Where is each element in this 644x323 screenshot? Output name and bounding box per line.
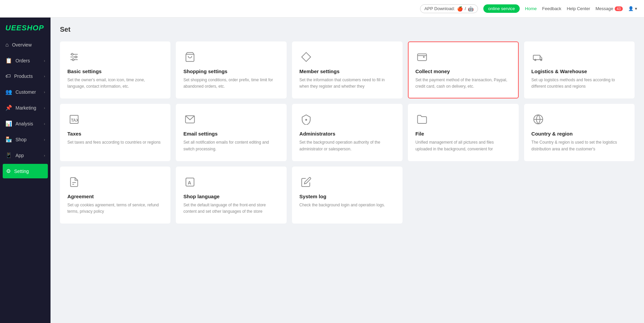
apple-icon: 🍎 — [457, 6, 463, 11]
chevron-down-icon: ▾ — [635, 6, 637, 11]
user-avatar[interactable]: 👤 ▾ — [628, 6, 637, 11]
card-title-shop-language: Shop language — [183, 194, 279, 199]
avatar-icon: 👤 — [628, 6, 634, 11]
home-link[interactable]: Home — [525, 6, 537, 11]
setting-card-administrators[interactable]: Administrators Set the background operat… — [292, 104, 402, 161]
card-title-email-settings: Email settings — [183, 131, 279, 137]
app-download[interactable]: APP Download: 🍎 / 🤖 — [420, 4, 478, 13]
diamond-icon — [299, 50, 313, 64]
setting-card-agreement[interactable]: Agreement Set up cookies agreement, term… — [60, 167, 170, 224]
setting-card-member-settings[interactable]: Member settings Set the information that… — [292, 41, 402, 98]
main-content: Set Basic settings Set the owner's email… — [51, 18, 644, 323]
sidebar-marketing-label: Marketing — [15, 105, 36, 111]
divider: / — [465, 6, 466, 11]
orders-arrow: › — [44, 59, 45, 63]
svg-marker-7 — [301, 53, 311, 62]
card-desc-country-region: The Country & region is used to set the … — [532, 139, 627, 152]
svg-point-3 — [71, 53, 73, 55]
card-desc-logistics-warehouse: Set up logistics methods and fees accord… — [532, 77, 627, 90]
truck-icon — [532, 50, 545, 64]
setting-card-file[interactable]: File Unified management of all pictures … — [408, 104, 518, 161]
home-icon: ⌂ — [5, 42, 9, 48]
card-desc-taxes: Set taxes and fees according to countrie… — [67, 139, 163, 146]
card-desc-system-log: Check the background login and operation… — [299, 202, 395, 208]
setting-card-logistics-warehouse[interactable]: Logistics & Warehouse Set up logistics m… — [524, 41, 635, 98]
settings-grid: Basic settings Set the owner's email, ic… — [60, 41, 635, 224]
sidebar-orders-label: Orders — [15, 58, 30, 63]
card-desc-basic-settings: Set the owner's email, icon icon, time z… — [67, 77, 163, 90]
setting-card-shop-language[interactable]: A Shop language Set the default language… — [176, 167, 286, 224]
setting-card-shopping-settings[interactable]: Shopping settings Set shopping condition… — [176, 41, 286, 98]
sidebar-item-analysis[interactable]: 📊 Analysis › — [0, 116, 51, 131]
online-service-button[interactable]: online service — [483, 4, 520, 13]
cart-icon — [183, 50, 197, 64]
sidebar-item-marketing[interactable]: 📌 Marketing › — [0, 100, 51, 116]
card-title-collect-money: Collect money — [415, 68, 511, 74]
setting-card-basic-settings[interactable]: Basic settings Set the owner's email, ic… — [60, 41, 170, 98]
card-title-logistics-warehouse: Logistics & Warehouse — [532, 68, 627, 74]
sidebar-customer-label: Customer — [15, 89, 36, 95]
message-count-badge: 43 — [615, 6, 623, 11]
sidebar-item-customer[interactable]: 👥 Customer › — [0, 84, 51, 100]
marketing-arrow: › — [44, 106, 45, 110]
sidebar-app-label: App — [15, 153, 24, 158]
wallet-icon — [415, 50, 429, 64]
shop-arrow: › — [44, 138, 45, 142]
setting-card-system-log[interactable]: System log Check the background login an… — [292, 167, 402, 224]
topbar: APP Download: 🍎 / 🤖 online service Home … — [0, 0, 644, 18]
layout: UEESHOP ⌂ Overview 📋 Orders › 🏷 Products… — [0, 18, 644, 323]
card-title-member-settings: Member settings — [299, 68, 395, 74]
sidebar-item-products[interactable]: 🏷 Products › — [0, 68, 51, 84]
svg-point-4 — [75, 56, 77, 58]
card-title-system-log: System log — [299, 194, 395, 199]
marketing-icon: 📌 — [5, 105, 12, 111]
message-label: Message — [595, 6, 613, 11]
sidebar-item-app[interactable]: 📱 App › — [0, 147, 51, 163]
setting-card-collect-money[interactable]: Collect money Set the payment method of … — [408, 41, 518, 98]
sidebar: UEESHOP ⌂ Overview 📋 Orders › 🏷 Products… — [0, 18, 51, 323]
card-title-shopping-settings: Shopping settings — [183, 68, 279, 74]
setting-card-taxes[interactable]: TAX Taxes Set taxes and fees according t… — [60, 104, 170, 161]
sidebar-item-setting[interactable]: ⚙ Setting — [3, 164, 48, 178]
card-desc-member-settings: Set the information that customers need … — [299, 77, 395, 90]
sidebar-item-orders[interactable]: 📋 Orders › — [0, 53, 51, 68]
card-desc-shopping-settings: Set shopping conditions, order prefix, t… — [183, 77, 279, 90]
feedback-link[interactable]: Feedback — [542, 6, 561, 11]
svg-rect-9 — [533, 55, 540, 60]
customer-arrow: › — [44, 90, 45, 94]
sidebar-shop-label: Shop — [15, 137, 27, 142]
setting-card-email-settings[interactable]: Email settings Set all notification emai… — [176, 104, 286, 161]
card-title-country-region: Country & region — [532, 131, 627, 137]
app-arrow: › — [44, 153, 45, 157]
android-icon: 🤖 — [468, 6, 474, 11]
card-title-administrators: Administrators — [299, 131, 395, 137]
customer-icon: 👥 — [5, 89, 12, 95]
orders-icon: 📋 — [5, 57, 12, 64]
card-title-file: File — [415, 131, 511, 137]
help-center-link[interactable]: Help Center — [567, 6, 590, 11]
globe-icon — [532, 113, 545, 126]
products-icon: 🏷 — [5, 73, 11, 79]
shop-icon: 🏪 — [5, 136, 12, 143]
edit-icon — [299, 175, 313, 189]
card-title-taxes: Taxes — [67, 131, 163, 137]
doc-icon — [67, 175, 81, 189]
analysis-icon: 📊 — [5, 120, 12, 127]
card-desc-agreement: Set up cookies agreement, terms of servi… — [67, 202, 163, 215]
sidebar-setting-label: Setting — [14, 169, 29, 174]
sidebar-item-overview[interactable]: ⌂ Overview — [0, 37, 51, 53]
svg-text:A: A — [188, 180, 192, 185]
message-button[interactable]: Message 43 — [595, 6, 623, 11]
svg-rect-8 — [418, 54, 427, 61]
card-desc-shop-language: Set the default language of the front-en… — [183, 202, 279, 215]
svg-point-5 — [72, 59, 74, 60]
sidebar-item-shop[interactable]: 🏪 Shop › — [0, 131, 51, 147]
card-title-agreement: Agreement — [67, 194, 163, 199]
svg-point-15 — [305, 119, 307, 121]
sidebar-overview-label: Overview — [12, 42, 32, 48]
svg-text:TAX: TAX — [71, 118, 79, 123]
setting-card-country-region[interactable]: Country & region The Country & region is… — [524, 104, 635, 161]
analysis-arrow: › — [44, 122, 45, 126]
page-title: Set — [60, 26, 635, 33]
card-desc-file: Unified management of all pictures and f… — [415, 139, 511, 152]
